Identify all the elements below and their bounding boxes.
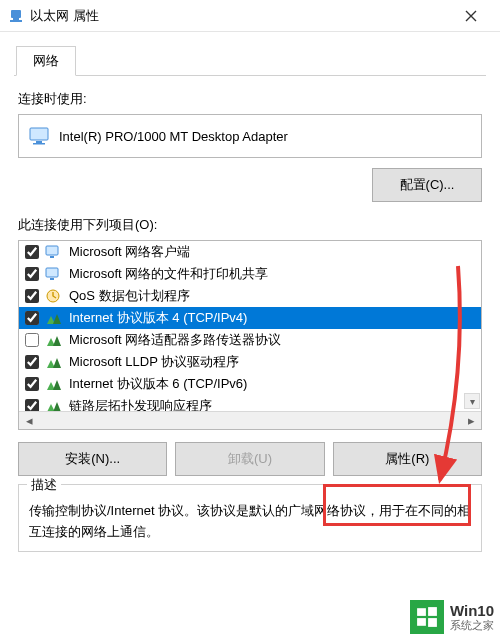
list-item-checkbox[interactable]: [25, 311, 39, 325]
list-item-label: QoS 数据包计划程序: [69, 287, 190, 305]
protocol-icon: [45, 332, 63, 348]
adapter-name: Intel(R) PRO/1000 MT Desktop Adapter: [59, 129, 288, 144]
list-item-checkbox[interactable]: [25, 267, 39, 281]
list-item-label: Microsoft LLDP 协议驱动程序: [69, 353, 239, 371]
watermark-line1: Win10: [450, 603, 494, 620]
dialog-body: 网络 连接时使用: Intel(R) PRO/1000 MT Desktop A…: [0, 32, 500, 562]
list-item-checkbox[interactable]: [25, 245, 39, 259]
description-legend: 描述: [27, 476, 61, 494]
description-text: 传输控制协议/Internet 协议。该协议是默认的广域网络协议，用于在不同的相…: [29, 501, 471, 543]
list-item-checkbox[interactable]: [25, 355, 39, 369]
svg-rect-6: [46, 246, 58, 255]
list-item-checkbox[interactable]: [25, 333, 39, 347]
components-listbox[interactable]: Microsoft 网络客户端Microsoft 网络的文件和打印机共享QoS …: [18, 240, 482, 430]
svg-rect-13: [428, 607, 437, 616]
properties-button[interactable]: 属性(R): [333, 442, 482, 476]
list-item[interactable]: Internet 协议版本 4 (TCP/IPv4): [19, 307, 481, 329]
list-item-label: Microsoft 网络适配器多路传送器协议: [69, 331, 281, 349]
list-item[interactable]: QoS 数据包计划程序: [19, 285, 481, 307]
protocol-icon: [45, 354, 63, 370]
close-button[interactable]: [450, 2, 492, 30]
scroll-right-icon[interactable]: ▸: [463, 414, 479, 428]
monitor-icon: [29, 127, 49, 145]
list-item-checkbox[interactable]: [25, 377, 39, 391]
tab-strip: 网络: [14, 46, 486, 76]
svg-rect-1: [13, 18, 19, 20]
adapter-field: Intel(R) PRO/1000 MT Desktop Adapter: [18, 114, 482, 158]
svg-rect-12: [417, 608, 426, 616]
svg-rect-14: [417, 618, 426, 626]
list-item[interactable]: Internet 协议版本 6 (TCP/IPv6): [19, 373, 481, 395]
client-icon: [45, 244, 63, 260]
list-item[interactable]: 链路层拓扑发现响应程序: [19, 395, 481, 411]
list-item-checkbox[interactable]: [25, 399, 39, 411]
svg-rect-15: [428, 618, 437, 627]
svg-rect-3: [30, 128, 48, 140]
watermark-logo-icon: [410, 600, 444, 634]
scroll-left-icon[interactable]: ◂: [21, 414, 37, 428]
protocol-icon: [45, 376, 63, 392]
uninstall-button: 卸载(U): [175, 442, 324, 476]
watermark: Win10 系统之家: [410, 600, 494, 634]
install-button[interactable]: 安装(N)...: [18, 442, 167, 476]
protocol-icon: [45, 310, 63, 326]
list-item-label: 链路层拓扑发现响应程序: [69, 397, 212, 411]
svg-rect-4: [36, 141, 42, 143]
list-item[interactable]: Microsoft LLDP 协议驱动程序: [19, 351, 481, 373]
list-item[interactable]: Microsoft 网络的文件和打印机共享: [19, 263, 481, 285]
scroll-down-icon[interactable]: ▾: [464, 393, 480, 409]
titlebar: 以太网 属性: [0, 0, 500, 32]
configure-button[interactable]: 配置(C)...: [372, 168, 482, 202]
qos-icon: [45, 288, 63, 304]
svg-rect-0: [11, 10, 21, 18]
horizontal-scrollbar[interactable]: ◂ ▸: [19, 411, 481, 429]
svg-rect-2: [10, 20, 22, 22]
list-item-label: Internet 协议版本 6 (TCP/IPv6): [69, 375, 247, 393]
svg-rect-8: [46, 268, 58, 277]
svg-rect-7: [50, 256, 54, 258]
ethernet-icon: [8, 8, 24, 24]
window-title: 以太网 属性: [30, 7, 450, 25]
list-item[interactable]: Microsoft 网络适配器多路传送器协议: [19, 329, 481, 351]
protocol-icon: [45, 398, 63, 411]
tab-network[interactable]: 网络: [16, 46, 76, 76]
description-group: 描述 传输控制协议/Internet 协议。该协议是默认的广域网络协议，用于在不…: [18, 484, 482, 552]
connect-using-label: 连接时使用:: [18, 90, 482, 108]
list-item-label: Microsoft 网络客户端: [69, 243, 190, 261]
list-item[interactable]: Microsoft 网络客户端: [19, 241, 481, 263]
items-list-label: 此连接使用下列项目(O):: [18, 216, 482, 234]
svg-rect-9: [50, 278, 54, 280]
service-icon: [45, 266, 63, 282]
list-item-checkbox[interactable]: [25, 289, 39, 303]
list-item-label: Internet 协议版本 4 (TCP/IPv4): [69, 309, 247, 327]
list-item-label: Microsoft 网络的文件和打印机共享: [69, 265, 268, 283]
watermark-line2: 系统之家: [450, 619, 494, 631]
svg-rect-5: [33, 143, 45, 145]
